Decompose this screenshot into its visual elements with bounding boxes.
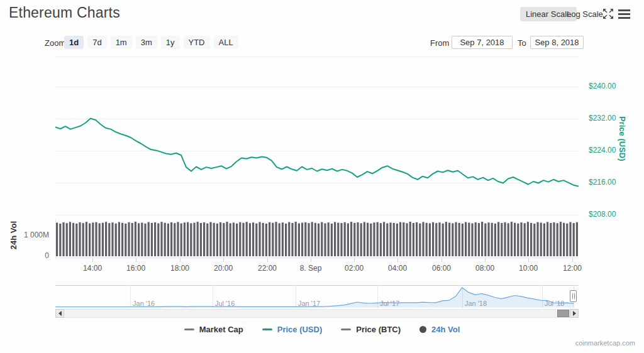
volume-bar xyxy=(258,222,260,257)
volume-bar xyxy=(295,222,297,256)
legend-item-market-cap[interactable]: Market Cap xyxy=(184,325,243,334)
legend-item-price-usd[interactable]: Price (USD) xyxy=(262,325,323,334)
x-axis-tick-label: 8. Sep xyxy=(292,264,330,273)
volume-bar xyxy=(553,222,555,256)
watermark: coinmarketcap.com xyxy=(0,339,635,347)
volume-bar xyxy=(291,223,293,256)
chart-legend: Market CapPrice (USD)Price (BTC)24h Vol xyxy=(0,325,644,334)
scrollbar-thumb[interactable] xyxy=(557,310,569,317)
scrollbar-right-button[interactable] xyxy=(570,309,579,318)
volume-bar xyxy=(468,223,470,257)
volume-bar xyxy=(272,223,274,256)
volume-bar xyxy=(360,223,362,256)
volume-bar xyxy=(501,223,502,256)
volume-bar xyxy=(167,224,169,256)
volume-bar xyxy=(230,224,231,257)
volume-bar xyxy=(148,222,150,256)
volume-bar xyxy=(69,222,71,256)
x-axis-tick xyxy=(136,258,136,262)
volume-bar xyxy=(190,223,192,256)
volume-bar xyxy=(364,222,365,257)
volume-bar xyxy=(180,224,182,256)
volume-bar xyxy=(533,224,535,256)
volume-bar xyxy=(236,224,238,256)
volume-bar xyxy=(321,222,323,256)
chart-area: $240.00$232.00$224.00$216.00$208.001 000… xyxy=(0,0,644,353)
navigator-chart[interactable] xyxy=(55,285,574,308)
volume-bar xyxy=(269,222,270,256)
volume-bar xyxy=(246,222,248,256)
price-line-chart[interactable] xyxy=(55,63,579,217)
volume-bar xyxy=(416,222,418,256)
volume-bar xyxy=(396,224,398,256)
volume-bar xyxy=(288,222,290,256)
volume-bar xyxy=(111,222,113,256)
volume-bar xyxy=(102,223,104,256)
volume-bar xyxy=(524,223,526,256)
volume-bar xyxy=(239,222,241,256)
x-axis-tick-label: 20:00 xyxy=(204,264,242,273)
volume-bar xyxy=(475,222,477,256)
volume-bar xyxy=(141,223,143,257)
scrollbar-left-button[interactable] xyxy=(55,309,64,318)
volume-bar xyxy=(177,222,179,256)
volume-bar xyxy=(337,223,339,256)
volume-bar xyxy=(62,222,64,256)
volume-bar xyxy=(543,224,545,256)
volume-bar xyxy=(59,224,61,256)
volume-bar xyxy=(262,223,264,256)
legend-item-24h-vol[interactable]: 24h Vol xyxy=(419,325,460,334)
volume-bar xyxy=(324,224,326,257)
volume-bar xyxy=(504,222,506,256)
volume-bar xyxy=(66,223,68,256)
volume-bar xyxy=(86,222,87,256)
volume-bar xyxy=(566,224,568,256)
price-axis-tick-label: $216.00 xyxy=(589,178,616,187)
volume-bar xyxy=(442,224,444,256)
volume-bar xyxy=(131,223,133,256)
legend-label: Market Cap xyxy=(199,325,243,334)
legend-item-price-btc[interactable]: Price (BTC) xyxy=(341,325,401,334)
volume-bar xyxy=(508,223,509,256)
plot-top-border xyxy=(55,57,579,57)
volume-bar xyxy=(373,222,375,256)
volume-bar xyxy=(118,222,120,257)
legend-label: Price (USD) xyxy=(277,325,323,334)
x-axis-tick xyxy=(311,258,311,262)
x-axis-line xyxy=(55,258,579,258)
x-axis-tick xyxy=(267,258,268,262)
volume-bar xyxy=(344,222,346,256)
volume-bar xyxy=(458,223,460,256)
volume-bar xyxy=(92,222,94,256)
x-axis-tick-label: 10:00 xyxy=(509,264,547,273)
volume-axis-tick-label: 1 000M xyxy=(18,231,49,239)
volume-bar xyxy=(435,223,437,256)
x-axis-tick xyxy=(572,258,573,262)
x-axis-tick-label: 16:00 xyxy=(117,264,155,273)
volume-bar xyxy=(471,224,473,257)
x-axis-tick xyxy=(441,258,442,262)
navigator-handle[interactable] xyxy=(570,290,577,302)
volume-bar xyxy=(536,222,538,256)
volume-bar-chart[interactable] xyxy=(55,219,579,256)
volume-bar xyxy=(115,224,117,256)
volume-bar xyxy=(530,223,532,256)
price-axis-tick-label: $240.00 xyxy=(589,82,616,90)
volume-bar xyxy=(233,222,235,256)
volume-bar xyxy=(527,222,529,256)
volume-bar xyxy=(285,224,287,256)
volume-bar xyxy=(209,222,211,257)
price-axis-tick-label: $208.00 xyxy=(589,210,616,219)
volume-bar xyxy=(275,222,277,256)
volume-bar xyxy=(82,223,84,256)
x-axis-tick-label: 12:00 xyxy=(553,264,591,273)
volume-bar xyxy=(331,224,333,256)
volume-bar xyxy=(576,222,578,256)
left-arrow-icon xyxy=(56,311,62,316)
volume-bar xyxy=(311,222,313,256)
volume-axis-tick-label: 0 xyxy=(18,251,49,260)
volume-bar xyxy=(154,222,156,256)
volume-bar xyxy=(138,223,140,256)
x-axis-tick xyxy=(180,258,180,262)
scrollbar-track[interactable] xyxy=(55,309,579,318)
